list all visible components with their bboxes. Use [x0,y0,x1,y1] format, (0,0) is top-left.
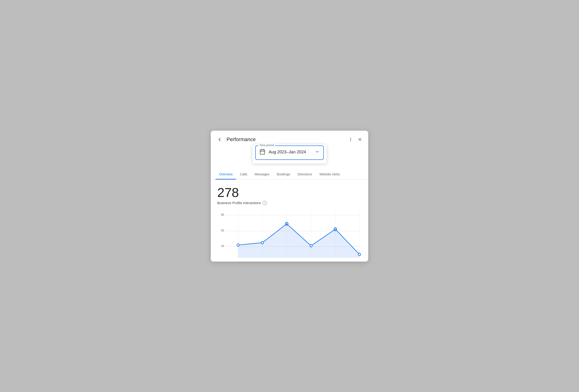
calendar-icon [259,149,265,156]
tab-directions[interactable]: Directions [294,169,316,179]
time-period-dropdown[interactable]: Time period Aug 2023–Jan 2024 [252,145,327,163]
date-range-value: Aug 2023–Jan 2024 [269,150,315,155]
svg-text:60: 60 [221,229,224,232]
info-icon[interactable]: i [263,201,267,205]
header-actions [347,136,363,143]
close-button[interactable] [356,136,363,143]
data-point-aug [237,244,239,246]
dropdown-arrow-icon [315,150,320,155]
svg-point-1 [350,139,351,140]
data-point-oct [285,222,288,225]
chart-area-fill [238,224,360,258]
more-options-button[interactable] [347,136,354,143]
metric-label-row: Business Profile interactions i [217,201,362,205]
content-area: 278 Business Profile interactions i 80 6… [211,179,368,262]
tab-website-clicks[interactable]: Website clicks [316,169,344,179]
tab-messages[interactable]: Messages [251,169,273,179]
metric-label-text: Business Profile interactions [217,201,261,205]
background: Performance [0,0,579,392]
time-period-wrapper: Time period Aug 2023–Jan 2024 [255,146,324,160]
svg-text:40: 40 [221,244,224,248]
time-period-label: Time period [258,144,275,147]
panel-title: Performance [226,137,347,143]
svg-point-2 [350,140,351,141]
chart-svg: 80 60 40 [217,211,362,262]
data-point-dec [334,228,337,231]
tab-bookings[interactable]: Bookings [273,169,294,179]
data-point-jan [358,253,361,255]
chart-container: 80 60 40 [217,211,362,262]
tabs-container: Overview Calls Messages Bookings Directi… [211,169,368,179]
tabs: Overview Calls Messages Bookings Directi… [216,169,363,179]
tab-overview[interactable]: Overview [216,169,236,179]
time-period-select[interactable]: Aug 2023–Jan 2024 [256,147,323,159]
data-point-nov [310,244,312,247]
tab-calls[interactable]: Calls [236,169,251,179]
data-point-sep [261,241,264,244]
svg-rect-5 [260,150,265,154]
svg-text:80: 80 [221,213,224,216]
panel-header: Performance [211,131,368,144]
svg-point-0 [350,138,351,138]
performance-panel: Performance [211,131,368,262]
back-button[interactable] [216,135,224,144]
metric-value: 278 [217,186,362,199]
